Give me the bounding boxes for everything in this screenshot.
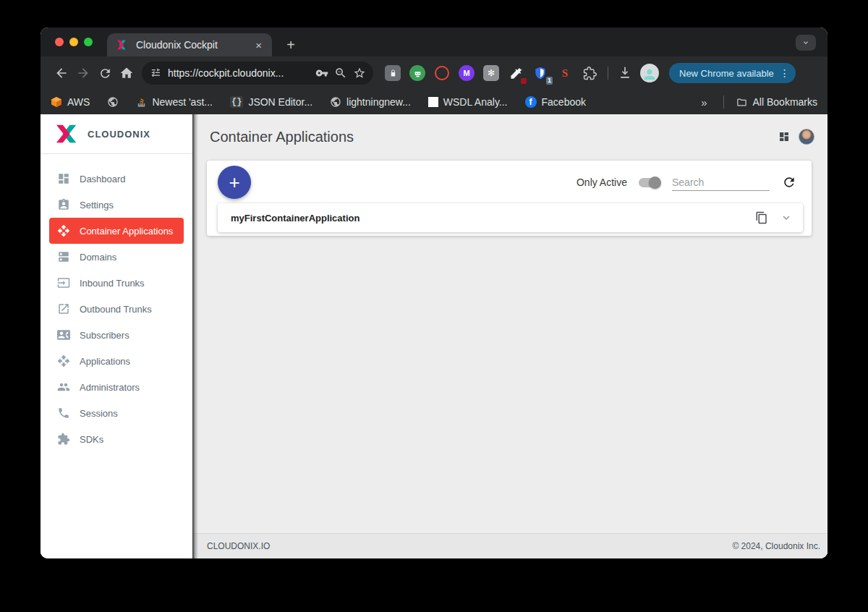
toggle-thumb	[649, 177, 661, 189]
chevron-down-icon	[801, 38, 810, 47]
sidebar-item-sdks[interactable]: SDKs	[49, 426, 184, 452]
home-icon	[119, 66, 134, 80]
sidebar-item-domains[interactable]: Domains	[49, 244, 184, 270]
sidebar-item-administrators[interactable]: Administrators	[49, 374, 184, 400]
applications-icon	[57, 354, 70, 367]
m-letter: M	[463, 69, 469, 77]
sprocket-glyph: ✻	[488, 68, 495, 78]
extensions-menu-icon[interactable]	[580, 64, 599, 82]
tab-title: Cloudonix Cockpit	[136, 39, 245, 51]
sprocket-extension-icon[interactable]: ✻	[482, 64, 501, 82]
tab-strip: Cloudonix Cockpit × +	[41, 27, 827, 56]
all-bookmarks-button[interactable]: All Bookmarks	[736, 96, 817, 108]
kebab-menu-icon[interactable]: ⋮	[780, 67, 790, 79]
only-active-toggle[interactable]	[639, 178, 660, 187]
sidebar-item-sessions[interactable]: Sessions	[49, 400, 184, 426]
page-title: Container Applications	[210, 129, 778, 145]
bookmark-lightningnew[interactable]: lightningnew...	[330, 96, 411, 108]
back-button[interactable]	[51, 62, 72, 84]
forward-button[interactable]	[72, 62, 94, 84]
sidebar-item-settings[interactable]: Settings	[49, 192, 184, 218]
close-window-button[interactable]	[55, 38, 64, 46]
bookmark-globe[interactable]	[107, 96, 119, 108]
lock-extension-icon[interactable]	[383, 64, 402, 82]
bookmark-label: AWS	[67, 96, 90, 108]
only-active-label: Only Active	[576, 177, 627, 188]
stackoverflow-icon	[136, 96, 147, 108]
purple-m-extension-icon[interactable]: M	[457, 64, 476, 82]
search-input[interactable]	[672, 174, 770, 191]
screen: Cloudonix Cockpit × + h	[0, 0, 868, 612]
address-bar[interactable]: https://cockpit.cloudonix...	[142, 61, 373, 85]
add-container-application-button[interactable]: +	[218, 166, 251, 199]
downloads-button[interactable]	[614, 62, 636, 84]
footer-site: CLOUDONIX.IO	[207, 541, 732, 551]
dashboard-icon	[57, 172, 70, 185]
fullscreen-window-button[interactable]	[84, 38, 93, 46]
copy-icon[interactable]	[755, 211, 768, 224]
bookmark-wsdl[interactable]: WSDL Analy...	[428, 96, 508, 108]
tab-close-icon[interactable]: ×	[252, 39, 265, 51]
sidebar-shadow	[192, 114, 198, 558]
outbound-trunks-icon	[57, 302, 70, 315]
apps-grid-icon[interactable]	[778, 131, 790, 143]
red-s-extension-icon[interactable]: S	[556, 64, 574, 82]
browser-profile-avatar[interactable]	[640, 64, 659, 82]
eyedropper-extension-icon[interactable]	[506, 64, 525, 82]
window-controls	[55, 38, 93, 46]
update-label: New Chrome available	[679, 68, 774, 79]
browser-window: Cloudonix Cockpit × + h	[41, 27, 827, 558]
brand-name: CLOUDONIX	[88, 129, 150, 140]
bookmark-aws[interactable]: AWS	[51, 96, 90, 108]
zoom-out-icon[interactable]	[334, 67, 347, 80]
browser-tab[interactable]: Cloudonix Cockpit ×	[107, 33, 272, 56]
eyedropper-badge	[520, 77, 527, 85]
home-button[interactable]	[116, 62, 137, 84]
refresh-button[interactable]	[781, 174, 797, 190]
blue-shield-extension-icon[interactable]: 1	[531, 64, 550, 82]
url-text[interactable]: https://cockpit.cloudonix...	[168, 67, 310, 79]
new-tab-button[interactable]: +	[281, 35, 301, 55]
container-application-row[interactable]: myFirstContainerApplication	[218, 203, 803, 232]
administrators-icon	[57, 381, 70, 394]
main-header: Container Applications	[192, 114, 827, 159]
expand-row-chevron-icon[interactable]	[780, 211, 793, 224]
app-footer: CLOUDONIX.IO © 2024, Cloudonix Inc.	[192, 533, 827, 558]
subscribers-icon	[57, 328, 70, 341]
container-applications-card: + Only Active myFirstContainerApplicatio…	[207, 161, 812, 236]
sidebar-item-inbound-trunks[interactable]: Inbound Trunks	[49, 270, 184, 296]
sidebar-item-applications[interactable]: Applications	[49, 348, 184, 374]
globe-icon	[330, 96, 341, 108]
puzzle-piece-icon	[57, 433, 70, 446]
sidebar-item-outbound-trunks[interactable]: Outbound Trunks	[49, 296, 184, 322]
reload-button[interactable]	[94, 62, 116, 84]
bookmark-label: Newest 'ast...	[152, 96, 213, 108]
chrome-update-button[interactable]: New Chrome available ⋮	[669, 63, 796, 83]
all-bookmarks-label: All Bookmarks	[753, 96, 817, 108]
lock-glyph-icon	[389, 69, 397, 77]
sidebar-item-container-applications[interactable]: Container Applications	[49, 218, 184, 244]
sidebar-item-subscribers[interactable]: Subscribers	[49, 322, 184, 348]
sidebar-item-dashboard[interactable]: Dashboard	[49, 166, 184, 192]
bookmark-facebook[interactable]: f Facebook	[525, 96, 586, 108]
braces-icon: {}	[230, 96, 243, 108]
red-circle-extension-icon[interactable]	[433, 64, 451, 82]
minimize-window-button[interactable]	[69, 38, 78, 46]
password-key-icon[interactable]	[315, 67, 328, 80]
green-robot-extension-icon[interactable]	[408, 64, 427, 82]
user-avatar[interactable]	[799, 129, 814, 145]
bookmark-json-editor[interactable]: {} JSON Editor...	[230, 96, 312, 108]
footer-copyright: © 2024, Cloudonix Inc.	[732, 541, 820, 551]
facebook-icon: f	[525, 96, 537, 108]
cloudonix-favicon	[117, 40, 129, 50]
site-settings-icon[interactable]	[150, 67, 162, 79]
bookmark-stackoverflow[interactable]: Newest 'ast...	[136, 96, 213, 108]
card-controls: Only Active	[576, 161, 797, 204]
bookmark-star-icon[interactable]	[353, 67, 366, 80]
tab-search-button[interactable]	[796, 35, 816, 51]
bookmarks-overflow-chevron[interactable]: »	[701, 96, 707, 109]
main-area: Container Applications + Only Active	[192, 114, 827, 558]
browser-toolbar: https://cockpit.cloudonix...	[41, 56, 827, 90]
phone-icon	[57, 407, 70, 420]
white-square-icon	[428, 97, 438, 107]
